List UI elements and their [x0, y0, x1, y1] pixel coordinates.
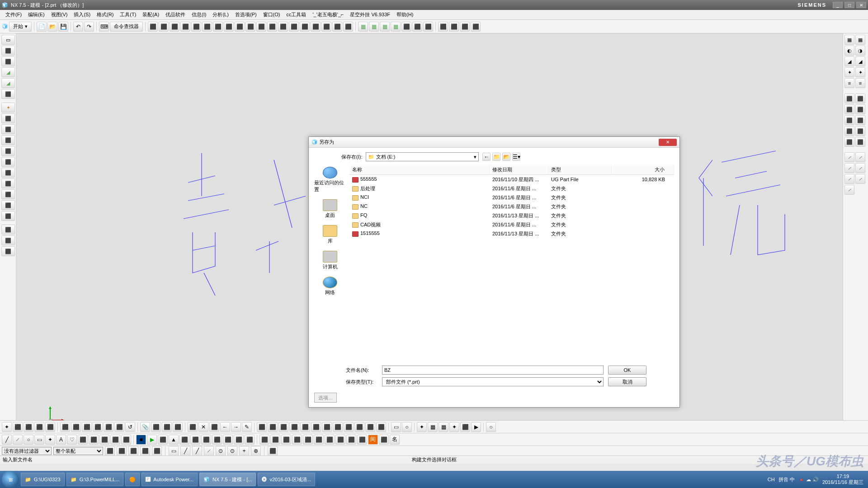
- file-row[interactable]: NCI2016/11/6 星期日 ...文件夹: [349, 193, 674, 202]
- tb-b14[interactable]: ⬛: [289, 22, 299, 32]
- lvt-9[interactable]: ⬛: [1, 124, 15, 134]
- file-row[interactable]: FQ2016/11/13 星期日 ...文件夹: [349, 211, 674, 220]
- tb-b9[interactable]: ⬛: [235, 22, 245, 32]
- nav-up-icon[interactable]: 📁: [492, 153, 500, 161]
- tb-b17[interactable]: ⬛: [321, 22, 331, 32]
- bt1-39[interactable]: ▦: [439, 422, 448, 432]
- rvt-12[interactable]: ⟋: [844, 163, 854, 173]
- bt2-2[interactable]: ⟋: [13, 435, 23, 445]
- system-tray[interactable]: CH 拼音 中 🔺 ☁ 🔊 17:19 2016/11/16 星期三: [768, 474, 866, 486]
- bt1-15[interactable]: ⬛: [162, 422, 172, 432]
- minimize-button[interactable]: _: [833, 2, 843, 8]
- bt1-35[interactable]: ▭: [391, 422, 401, 432]
- lvt-17[interactable]: ⬛: [1, 211, 15, 221]
- bt1-1[interactable]: ✦: [2, 422, 12, 432]
- options-button[interactable]: 选项...: [314, 393, 337, 403]
- tb-c2[interactable]: ▦: [369, 22, 379, 32]
- fb-2[interactable]: ⬛: [117, 446, 127, 456]
- rvt-1[interactable]: ▦: [844, 35, 854, 45]
- bt2-16[interactable]: ▲: [169, 435, 179, 445]
- rvt-10[interactable]: ⬛: [844, 137, 854, 147]
- tb-d1[interactable]: ⬛: [438, 22, 448, 32]
- rvt-5b[interactable]: ≡: [855, 78, 865, 88]
- fb-10[interactable]: ⊙: [216, 446, 226, 456]
- lvt-4[interactable]: ◢: [1, 67, 15, 77]
- new-icon[interactable]: 📄: [37, 22, 47, 32]
- rvt-6b[interactable]: ⬛: [855, 94, 865, 103]
- rvt-9b[interactable]: ⬛: [855, 126, 865, 136]
- bt2-5[interactable]: ✦: [45, 435, 55, 445]
- bt2-22[interactable]: ⬛: [234, 435, 244, 445]
- bt1-9[interactable]: ⬛: [93, 422, 103, 432]
- tb-b5[interactable]: ⬛: [191, 22, 201, 32]
- bt1-18[interactable]: ✕: [198, 422, 208, 432]
- rvt-1b[interactable]: ▦: [855, 35, 865, 45]
- ime-label[interactable]: CH: [768, 477, 775, 482]
- bt2-28[interactable]: ⬛: [303, 435, 313, 445]
- bt2-6[interactable]: A: [56, 435, 66, 445]
- lvt-6[interactable]: ⬛: [1, 89, 15, 99]
- dialog-close-button[interactable]: ✕: [659, 139, 677, 146]
- bt1-11[interactable]: ⬛: [114, 422, 124, 432]
- bt1-40[interactable]: ✦: [449, 422, 459, 432]
- place-recent[interactable]: 最近访问的位置: [314, 167, 346, 193]
- rvt-12b[interactable]: ⟋: [855, 163, 865, 173]
- menu-pref[interactable]: 首选项(P): [232, 10, 259, 19]
- rvt-7b[interactable]: ⬛: [855, 104, 865, 114]
- fb-5[interactable]: ⬛: [152, 446, 162, 456]
- bt1-23[interactable]: ⬛: [257, 422, 267, 432]
- tb-b16[interactable]: ⬛: [311, 22, 321, 32]
- rvt-8[interactable]: ⬛: [844, 115, 854, 125]
- tb-c3[interactable]: ▦: [380, 22, 390, 32]
- bt1-24[interactable]: ⬛: [268, 422, 278, 432]
- nav-back-icon[interactable]: ←: [482, 153, 491, 161]
- rvt-13[interactable]: ⟋: [844, 174, 854, 184]
- bt1-21[interactable]: →: [231, 422, 241, 432]
- rvt-14[interactable]: ⟋: [844, 185, 854, 195]
- file-row[interactable]: 5555552016/11/10 星期四 ...UG Part File10,8…: [349, 175, 674, 184]
- bt2-34[interactable]: 间: [368, 435, 378, 445]
- lvt-19[interactable]: ⬛: [1, 235, 15, 245]
- nav-new-icon[interactable]: 📂: [502, 153, 510, 161]
- menu-cc[interactable]: cc工具箱: [283, 10, 309, 19]
- bt1-29[interactable]: ⬛: [322, 422, 332, 432]
- menu-file[interactable]: 文件(F): [3, 10, 24, 19]
- bt2-19[interactable]: ⬛: [201, 435, 211, 445]
- bt2-23[interactable]: ⬛: [245, 435, 255, 445]
- menu-help[interactable]: 帮助(H): [394, 10, 416, 19]
- bt1-20[interactable]: ←: [220, 422, 230, 432]
- bt2-21[interactable]: ⬛: [223, 435, 233, 445]
- fb-6[interactable]: ▭: [169, 446, 179, 456]
- fb-3[interactable]: ⬛: [128, 446, 138, 456]
- maximize-button[interactable]: □: [844, 2, 854, 8]
- menu-assembly[interactable]: 装配(A): [140, 10, 162, 19]
- bt1-5[interactable]: ⬛: [45, 422, 55, 432]
- lvt-1[interactable]: ▭: [1, 35, 15, 45]
- bt2-1[interactable]: ╱: [2, 435, 12, 445]
- menu-xk[interactable]: 星空外挂 V6.933F: [347, 10, 393, 19]
- bt1-41[interactable]: ⬛: [460, 422, 470, 432]
- bt1-25[interactable]: ⬛: [278, 422, 288, 432]
- task-5[interactable]: 🅦 v2016-03-区域清...: [258, 473, 315, 486]
- bt1-27[interactable]: ⬛: [300, 422, 310, 432]
- filter-select-b[interactable]: 整个装配: [53, 447, 103, 455]
- place-network[interactable]: 网络: [323, 277, 337, 296]
- lvt-20[interactable]: ⬛: [1, 246, 15, 256]
- fb-14[interactable]: ⬛: [268, 446, 278, 456]
- bt1-4[interactable]: ⬛: [34, 422, 44, 432]
- cancel-button[interactable]: 取消: [608, 377, 646, 386]
- rvt-8b[interactable]: ⬛: [855, 115, 865, 125]
- redo-icon[interactable]: ↷: [84, 22, 94, 32]
- bt2-31[interactable]: ⬛: [335, 435, 345, 445]
- bt1-8[interactable]: ⬛: [82, 422, 92, 432]
- bt2-4[interactable]: ▭: [34, 435, 44, 445]
- cmd-finder[interactable]: 命令查找器: [110, 22, 143, 32]
- tb-b12[interactable]: ⬛: [267, 22, 277, 32]
- bt2-33[interactable]: ⬛: [357, 435, 367, 445]
- lvt-15[interactable]: ⬛: [1, 189, 15, 199]
- rvt-4b[interactable]: ✦: [855, 67, 865, 77]
- bt2-7[interactable]: ♡: [67, 435, 77, 445]
- bt2-25[interactable]: ⬛: [270, 435, 280, 445]
- rvt-2b[interactable]: ◑: [855, 46, 865, 56]
- bt1-14[interactable]: ⬛: [151, 422, 161, 432]
